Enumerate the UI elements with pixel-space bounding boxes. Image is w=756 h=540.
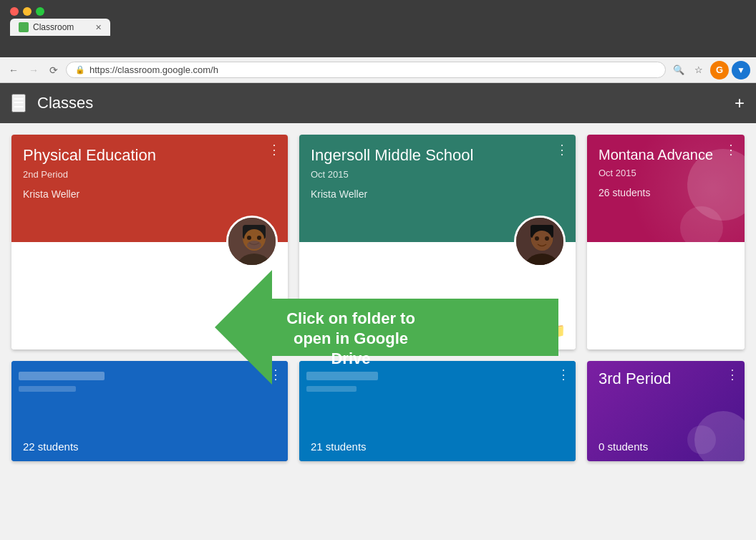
search-button[interactable]: 🔍 (670, 62, 687, 79)
browser-chrome: Classroom ✕ (0, 0, 756, 57)
student-count: 0 students (598, 440, 733, 453)
svg-point-14 (545, 236, 549, 241)
card-more-button[interactable]: ⋮ (726, 367, 739, 382)
arrow-annotation: Click on folder to open in Google Drive (215, 270, 558, 385)
forward-button[interactable]: → (26, 62, 42, 78)
extensions-button[interactable]: ▼ (732, 61, 750, 79)
card-subtitle: Oct 2015 (311, 169, 564, 180)
browser-tab-classroom[interactable]: Classroom ✕ (10, 19, 110, 36)
url-text: https://classroom.google.com/h (89, 64, 218, 75)
card-teacher: Krista Weller (311, 188, 564, 200)
add-class-button[interactable]: + (735, 93, 745, 113)
card-teacher: Krista Weller (23, 188, 276, 200)
card-title: Physical Education (23, 146, 276, 165)
card-3rd-period[interactable]: ⋮ 3rd Period 0 students (587, 361, 745, 461)
svg-point-13 (535, 236, 539, 241)
svg-point-12 (532, 231, 552, 251)
traffic-light-yellow[interactable] (23, 7, 32, 16)
address-bar-row: ← → ⟳ 🔒 https://classroom.google.com/h 🔍… (0, 57, 756, 83)
card-more-button[interactable]: ⋮ (557, 367, 570, 382)
refresh-button[interactable]: ⟳ (46, 62, 62, 78)
student-count: 21 students (311, 440, 564, 453)
tab-close-button[interactable]: ✕ (95, 23, 102, 32)
svg-marker-15 (215, 270, 558, 385)
svg-point-7 (257, 236, 261, 240)
app-header: ☰ Classes + (0, 83, 756, 123)
traffic-light-green[interactable] (36, 7, 44, 16)
traffic-lights (0, 0, 756, 19)
lock-icon: 🔒 (75, 65, 85, 74)
card-title: 3rd Period (598, 370, 733, 388)
back-button[interactable]: ← (6, 62, 21, 78)
svg-point-6 (247, 236, 251, 240)
traffic-light-red[interactable] (10, 7, 19, 16)
card-more-button[interactable]: ⋮ (268, 142, 281, 158)
browser-actions: 🔍 ☆ G ▼ (670, 61, 750, 79)
app-title: Classes (37, 94, 93, 112)
student-count: 22 students (23, 440, 276, 453)
card-more-button[interactable]: ⋮ (724, 142, 737, 158)
card-more-button[interactable]: ⋮ (556, 142, 568, 158)
hamburger-menu-button[interactable]: ☰ (11, 94, 26, 112)
card-title: Ingersoll Middle School (311, 146, 564, 165)
bookmark-button[interactable]: ☆ (690, 62, 707, 79)
tab-bar: Classroom ✕ (0, 19, 756, 36)
tab-favicon (19, 22, 29, 32)
card-montana-advance[interactable]: ⋮ Montana Advance Oct 2015 26 students (587, 135, 745, 349)
tab-title: Classroom (33, 22, 74, 32)
svg-text:Drive: Drive (331, 349, 370, 367)
svg-text:open in Google: open in Google (294, 329, 408, 347)
card-subtitle: 2nd Period (23, 169, 276, 180)
google-account-button[interactable]: G (710, 61, 729, 79)
svg-text:Click on folder to: Click on folder to (286, 309, 415, 327)
annotation-arrow-svg: Click on folder to open in Google Drive (215, 270, 558, 385)
address-field[interactable]: 🔒 https://classroom.google.com/h (66, 62, 666, 78)
